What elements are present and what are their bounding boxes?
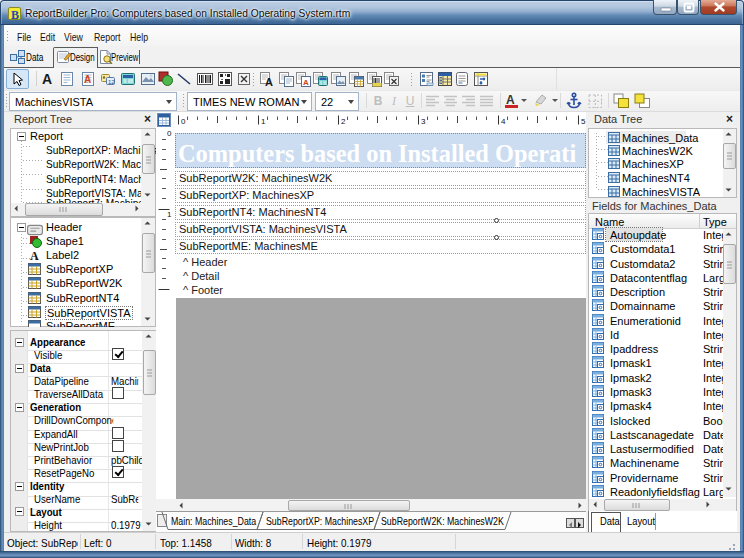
svg-text:A: A	[84, 74, 91, 85]
svg-text:1: 1	[167, 210, 172, 219]
svg-text:A: A	[30, 249, 39, 262]
svg-text:5: 5	[581, 117, 586, 126]
svg-text:0: 0	[181, 117, 186, 126]
svg-text:A: A	[303, 78, 309, 87]
svg-text:4: 4	[501, 117, 506, 126]
svg-text:2: 2	[341, 117, 346, 126]
svg-text:12: 12	[108, 79, 115, 85]
svg-text:3: 3	[421, 117, 426, 126]
svg-text:A: A	[265, 76, 273, 87]
svg-text:A: A	[42, 71, 52, 87]
svg-text:1: 1	[261, 117, 266, 126]
svg-text:B: B	[11, 8, 19, 21]
